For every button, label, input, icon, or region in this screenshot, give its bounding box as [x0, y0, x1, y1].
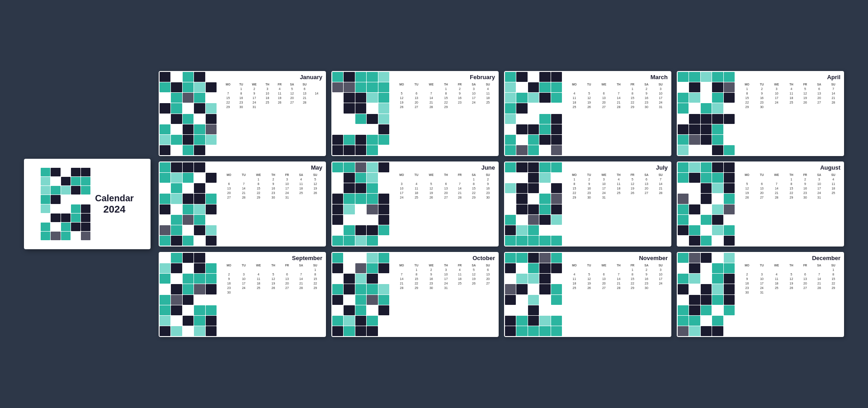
day-cell: 7: [221, 91, 235, 95]
day-cell: [755, 177, 769, 181]
day-cell: 5: [798, 86, 812, 91]
day-cell: 4: [250, 272, 266, 276]
day-cell: [566, 267, 582, 272]
week-row: 15161718192021: [221, 95, 322, 100]
day-cell: 2: [453, 86, 467, 91]
day-cell: 7: [453, 181, 467, 186]
day-cell: 30: [235, 104, 247, 109]
day-cell: 5: [467, 267, 481, 272]
day-cell: 2: [221, 272, 237, 276]
day-header: FR: [798, 82, 812, 86]
week-row: 1: [221, 267, 322, 272]
week-row: 19202122232425: [739, 190, 840, 195]
day-cell: 4: [294, 177, 308, 181]
day-cell: 31: [439, 285, 453, 290]
week-row: 293031: [221, 104, 322, 109]
day-cell: 6: [221, 181, 237, 186]
day-cell: [237, 290, 251, 294]
week-row: 10111213141516: [394, 186, 495, 190]
month-mosaic-august: [677, 161, 736, 247]
day-cell: 22: [826, 281, 840, 285]
day-cell: [639, 195, 653, 199]
day-cell: 19: [274, 95, 286, 100]
day-cell: 12: [582, 276, 596, 281]
month-mosaic-may: [159, 161, 217, 247]
day-cell: 3: [280, 177, 294, 181]
day-cell: 29: [308, 285, 322, 290]
day-cell: 9: [423, 272, 439, 276]
day-cell: 23: [739, 285, 755, 290]
month-mosaic-april: [677, 71, 736, 156]
day-cell: [453, 177, 467, 181]
day-cell: 20: [410, 100, 424, 104]
day-cell: 18: [566, 100, 582, 104]
day-cell: 19: [394, 100, 410, 104]
day-cell: [626, 195, 640, 199]
day-header: WE: [423, 82, 439, 86]
day-cell: 27: [812, 100, 826, 104]
day-cell: [566, 86, 582, 91]
day-cell: 24: [654, 281, 668, 285]
day-cell: 23: [798, 190, 812, 195]
day-header: WE: [250, 263, 266, 267]
day-cell: 1: [410, 267, 424, 272]
day-cell: 6: [812, 86, 826, 91]
day-cell: 27: [410, 104, 424, 109]
day-cell: [410, 86, 424, 91]
month-card-march: MarchMOTUWETHFRSASU123456789101112131415…: [504, 71, 671, 156]
day-cell: 6: [481, 267, 495, 272]
day-cell: [250, 290, 266, 294]
week-row: 11121314151617: [566, 95, 668, 100]
day-cell: 8: [739, 91, 755, 95]
day-cell: 27: [755, 195, 769, 199]
day-cell: 23: [266, 190, 280, 195]
day-cell: 29: [410, 285, 424, 290]
day-cell: 24: [654, 100, 668, 104]
day-header: MO: [394, 173, 410, 177]
day-cell: 10: [467, 91, 481, 95]
week-row: 3031: [739, 290, 840, 294]
day-cell: 7: [812, 272, 826, 276]
day-header: TU: [755, 173, 769, 177]
day-cell: 12: [266, 276, 280, 281]
day-cell: 24: [769, 100, 784, 104]
day-header: SU: [654, 173, 668, 177]
day-header: SA: [467, 82, 481, 86]
day-cell: 21: [826, 95, 840, 100]
day-cell: 15: [739, 95, 755, 100]
day-cell: 24: [812, 190, 826, 195]
day-cell: 1: [784, 177, 798, 181]
day-cell: 12: [467, 272, 481, 276]
day-cell: 30: [423, 285, 439, 290]
day-cell: 8: [784, 181, 798, 186]
day-cell: 9: [639, 272, 653, 276]
day-cell: 14: [423, 95, 439, 100]
day-header: FR: [453, 263, 467, 267]
day-cell: [784, 267, 798, 272]
day-cell: [453, 285, 467, 290]
day-cell: 2: [423, 267, 439, 272]
week-row: 26272829: [394, 104, 495, 109]
day-cell: 8: [566, 181, 582, 186]
day-cell: 12: [784, 276, 798, 281]
day-cell: 3: [812, 177, 826, 181]
week-row: 13141516171819: [221, 186, 322, 190]
day-cell: 13: [596, 95, 612, 100]
day-cell: [221, 267, 237, 272]
day-cell: 26: [394, 104, 410, 109]
day-cell: 30: [481, 195, 495, 199]
day-cell: 11: [274, 91, 286, 95]
day-cell: 28: [612, 104, 626, 109]
month-card-april: AprilMOTUWETHFRSASU123456789101112131415…: [677, 71, 844, 156]
day-cell: 16: [582, 186, 596, 190]
week-row: 15161718192021: [739, 95, 840, 100]
day-cell: 23: [453, 100, 467, 104]
day-header: TU: [237, 173, 251, 177]
month-name: May: [221, 164, 322, 171]
day-cell: 5: [784, 272, 798, 276]
day-header: MO: [394, 263, 410, 267]
day-cell: [286, 104, 298, 109]
week-row: 30: [221, 290, 322, 294]
day-cell: 30: [798, 195, 812, 199]
day-cell: 9: [739, 276, 755, 281]
